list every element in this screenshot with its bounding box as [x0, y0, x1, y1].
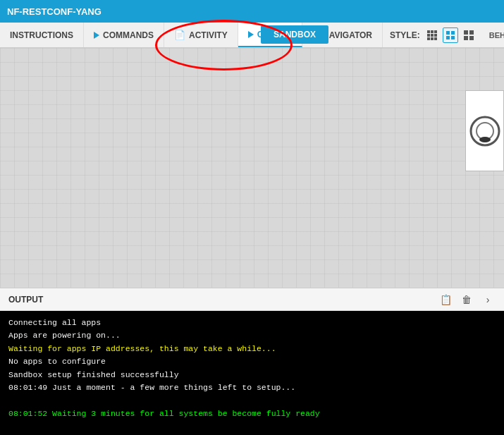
style-section: STYLE:	[383, 27, 484, 43]
sandbox-area: SANDBOX	[261, 25, 328, 44]
activity-icon: 📄	[174, 30, 185, 40]
svg-rect-3	[469, 36, 474, 40]
output-panel-title: OUTPUT	[8, 295, 432, 305]
terminal-line-3: No apps to configure	[8, 355, 496, 368]
nav-bar: INSTRUCTIONS COMMANDS 📄 ACTIVITY OUTPUT …	[0, 23, 504, 48]
output-panel: OUTPUT 📋 🗑 › Connecting all apps Apps ar…	[0, 288, 504, 435]
instructions-label: INSTRUCTIONS	[10, 30, 73, 40]
main-content	[0, 48, 504, 288]
svg-rect-1	[469, 30, 474, 35]
more-button[interactable]: ›	[480, 292, 496, 307]
terminal-line-2: Waiting for apps IP addresses, this may …	[8, 343, 496, 355]
nav-item-commands[interactable]: COMMANDS	[84, 23, 164, 47]
terminal-line-4: Sandbox setup finished successfully	[8, 369, 496, 381]
nav-item-instructions[interactable]: INSTRUCTIONS	[0, 23, 84, 47]
copy-button[interactable]: 📋	[438, 292, 453, 307]
play-icon-commands	[94, 32, 99, 39]
output-header: OUTPUT 📋 🗑 ›	[0, 288, 504, 311]
style-icon-grid2x2[interactable]	[443, 27, 458, 43]
behaviour-label: BEHAVIOUR:	[484, 31, 504, 39]
terminal-output: Connecting all apps Apps are powering on…	[0, 311, 504, 435]
style-icon-tiles[interactable]	[461, 27, 477, 43]
play-icon-output	[248, 31, 254, 38]
style-icon-grid3x3[interactable]	[424, 27, 440, 43]
terminal-line-6	[8, 394, 496, 407]
sandbox-button[interactable]: SANDBOX	[261, 25, 328, 44]
terminal-line-7: 08:01:52 Waiting 3 minutes for all syste…	[8, 408, 496, 420]
terminal-line-0: Connecting all apps	[8, 317, 496, 329]
terminal-line-8	[8, 420, 496, 433]
terminal-line-1: Apps are powering on...	[8, 329, 496, 342]
device-icon	[468, 114, 502, 148]
style-icons	[424, 27, 477, 43]
commands-label: COMMANDS	[103, 30, 154, 40]
navigator-label: NAVIGATOR	[323, 30, 372, 40]
svg-rect-0	[464, 30, 468, 35]
activity-label: ACTIVITY	[189, 30, 228, 40]
clear-button[interactable]: 🗑	[459, 292, 474, 307]
style-label: STYLE:	[390, 30, 420, 40]
device-image	[465, 90, 504, 171]
terminal-line-5: 08:01:49 Just a moment - a few more thin…	[8, 381, 496, 394]
svg-point-6	[479, 137, 491, 142]
title-bar: NF-RESTCONF-YANG	[0, 0, 504, 23]
title-bar-text: NF-RESTCONF-YANG	[7, 6, 102, 17]
nav-item-activity[interactable]: 📄 ACTIVITY	[164, 23, 238, 47]
svg-rect-2	[464, 36, 468, 40]
